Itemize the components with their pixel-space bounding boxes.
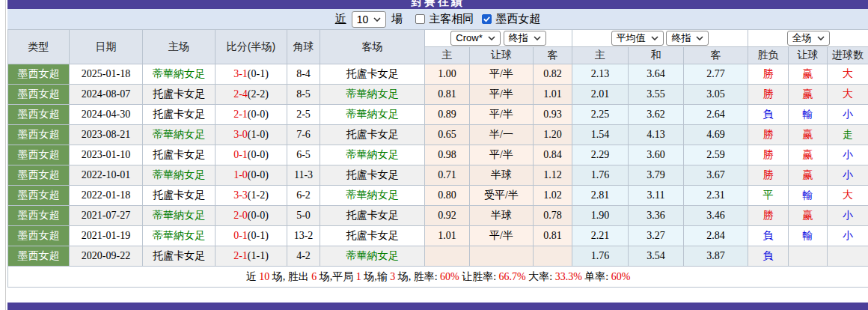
avg-away-odds: 3.67 xyxy=(684,165,748,186)
crow-away-odds: 0.84 xyxy=(534,145,572,165)
crow-home-odds: 0.80 xyxy=(425,186,470,206)
check-icon xyxy=(483,15,491,23)
away-team: 托盧卡女足 xyxy=(320,206,425,226)
sub-header-avg-away: 客 xyxy=(684,47,748,64)
corner-score: 5-0 xyxy=(287,206,320,226)
sub-header-avg-draw: 和 xyxy=(629,47,684,64)
chevron-down-icon xyxy=(488,36,495,40)
crow-handicap: 半球 xyxy=(470,206,534,226)
same-home-away-checkbox[interactable] xyxy=(415,14,425,24)
away-team: 托盧卡女足 xyxy=(320,165,425,186)
result-outcome: 負 xyxy=(748,246,789,267)
table-row: 墨西女超2020-09-22托盧卡女足2-1(1-1)4-2蒂華納女足1.763… xyxy=(8,246,868,267)
avg-away-odds: 3.05 xyxy=(684,85,748,105)
crow-away-odds: 1.02 xyxy=(534,186,572,206)
home-team: 托盧卡女足 xyxy=(143,186,216,206)
avg-draw-odds: 3.11 xyxy=(629,186,684,206)
history-tbody: 墨西女超2025-01-18蒂華納女足3-1(0-1)8-4托盧卡女足1.00平… xyxy=(8,64,868,267)
avg-home-odds: 2.13 xyxy=(572,64,629,85)
league-badge: 墨西女超 xyxy=(8,226,70,246)
average-select[interactable]: 平均值 xyxy=(611,31,664,46)
result-outcome: 勝 xyxy=(748,64,789,85)
match-score: 3-0(1-0) xyxy=(216,125,287,145)
crow-handicap: 平/半 xyxy=(470,85,534,105)
home-team: 蒂華納女足 xyxy=(143,226,216,246)
sub-header-crow-away: 客 xyxy=(534,47,572,64)
match-date: 2024-08-07 xyxy=(70,85,143,105)
avg-home-odds: 2.25 xyxy=(572,105,629,125)
average-stage-select[interactable]: 终指 xyxy=(666,31,709,46)
avg-draw-odds: 3.27 xyxy=(629,226,684,246)
league-badge: 墨西女超 xyxy=(8,125,70,145)
h2h-table: 类型 日期 主场 比分(半场) 角球 客场 Crow* 终指 xyxy=(7,29,868,288)
home-team: 蒂華納女足 xyxy=(143,206,216,226)
match-date: 2022-01-18 xyxy=(70,186,143,206)
crow-handicap: 平/半 xyxy=(470,64,534,85)
crow-away-odds: 0.81 xyxy=(534,226,572,246)
handicap-group-header: Crow* 终指 xyxy=(425,30,572,47)
match-date: 2023-01-10 xyxy=(70,145,143,165)
crow-away-odds xyxy=(534,246,572,267)
chevron-down-icon xyxy=(651,36,658,40)
away-team: 托盧卡女足 xyxy=(320,226,425,246)
sub-header-avg-home: 主 xyxy=(572,47,629,64)
match-score: 0-1(0-0) xyxy=(216,145,287,165)
match-score: 1-0(0-0) xyxy=(216,165,287,186)
league-badge: 墨西女超 xyxy=(8,85,70,105)
home-team: 蒂華納女足 xyxy=(143,64,216,85)
match-score: 2-4(2-2) xyxy=(216,85,287,105)
result-outcome: 勝 xyxy=(748,165,789,186)
games-count-select[interactable]: 10 xyxy=(352,11,387,28)
league-filter-checkbox[interactable] xyxy=(482,14,492,24)
result-group-header: 全场 xyxy=(748,30,868,47)
corner-score: 6-2 xyxy=(287,186,320,206)
corner-score: 2-5 xyxy=(287,105,320,125)
result-goals: 小 xyxy=(828,165,868,186)
avg-away-odds: 2.77 xyxy=(684,64,748,85)
home-team: 蒂華納女足 xyxy=(143,165,216,186)
league-badge: 墨西女超 xyxy=(8,145,70,165)
away-team: 蒂華納女足 xyxy=(320,246,425,267)
table-row: 墨西女超2021-07-27蒂華納女足2-0(0-0)5-0托盧卡女足0.92半… xyxy=(8,206,868,226)
crow-home-odds: 1.00 xyxy=(425,64,470,85)
result-handicap: 赢 xyxy=(789,206,828,226)
bookmaker-select[interactable]: Crow* xyxy=(450,31,500,46)
panel-title: 對賽往績 xyxy=(7,0,868,9)
avg-draw-odds: 3.36 xyxy=(629,206,684,226)
corner-score: 4-2 xyxy=(287,246,320,267)
league-badge: 墨西女超 xyxy=(8,165,70,186)
chevron-down-icon xyxy=(373,17,381,22)
result-outcome: 勝 xyxy=(748,125,789,145)
away-team: 托盧卡女足 xyxy=(320,125,425,145)
match-score: 2-1(1-1) xyxy=(216,246,287,267)
league-filter-label: 墨西女超 xyxy=(495,12,540,26)
panel-title-bar: 對賽往績 xyxy=(7,0,868,9)
crow-home-odds: 0.92 xyxy=(425,206,470,226)
result-outcome: 平 xyxy=(748,186,789,206)
panel-bottom-bar xyxy=(7,303,868,310)
home-team: 托盧卡女足 xyxy=(143,246,216,267)
match-score: 3-1(0-1) xyxy=(216,64,287,85)
corner-score: 8-5 xyxy=(287,85,320,105)
result-goals: 大 xyxy=(828,64,868,85)
match-date: 2020-09-22 xyxy=(70,246,143,267)
result-outcome: 負 xyxy=(748,226,789,246)
avg-home-odds: 2.01 xyxy=(572,85,629,105)
avg-away-odds: 3.87 xyxy=(684,246,748,267)
bookmaker-stage-select[interactable]: 终指 xyxy=(504,31,546,46)
match-date: 2021-07-27 xyxy=(70,206,143,226)
summary-row: 近 10 场, 胜出 6 场,平局 1 场,输 3 场, 胜率: 60% 让胜率… xyxy=(8,267,868,288)
table-row: 墨西女超2024-08-07托盧卡女足2-4(2-2)8-5蒂華納女足0.81平… xyxy=(8,85,868,105)
result-handicap: 赢 xyxy=(789,165,828,186)
near-link[interactable]: 近 xyxy=(335,12,346,26)
sub-header-result-goals: 进球数 xyxy=(828,47,868,64)
corner-score: 11-3 xyxy=(287,165,320,186)
home-team: 托盧卡女足 xyxy=(143,145,216,165)
avg-home-odds: 2.21 xyxy=(572,226,629,246)
result-goals: 小 xyxy=(828,145,868,165)
result-goals: 小 xyxy=(828,105,868,125)
result-handicap xyxy=(789,246,828,267)
league-badge: 墨西女超 xyxy=(8,246,70,267)
page-left-border xyxy=(5,0,6,310)
scope-select[interactable]: 全场 xyxy=(787,31,830,46)
